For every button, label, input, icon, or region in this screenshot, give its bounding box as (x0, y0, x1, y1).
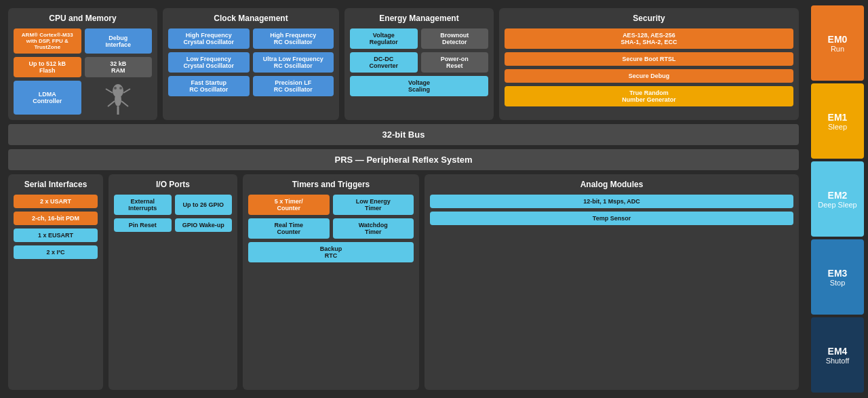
clock-ulfrco: Ultra Low FrequencyRC Oscillator (253, 52, 334, 73)
clock-hfrc: High FrequencyRC Oscillator (253, 28, 334, 49)
timers-backup-rtc: BackupRTC (248, 242, 414, 262)
energy-vscale: VoltageScaling (350, 76, 488, 96)
energy-block: Energy Management VoltageRegulator Brown… (344, 8, 494, 120)
clock-hfxo: High FrequencyCrystal Oscillator (168, 28, 250, 49)
cpu-title: CPU and Memory (14, 14, 152, 23)
em2-title: EM2 (828, 190, 848, 201)
svg-line-4 (123, 89, 130, 93)
svg-line-5 (108, 101, 115, 106)
energy-dcdc: DC-DCConverter (350, 52, 418, 73)
timers-le: Low EnergyTimer (333, 195, 414, 215)
clock-plfrco: Precision LFRC Oscillator (253, 76, 334, 96)
timers-grid: 5 x Timer/Counter Low EnergyTimer Real T… (248, 195, 414, 262)
svg-point-8 (119, 87, 122, 89)
security-sboot: Secure Boot RTSL (505, 52, 793, 66)
analog-grid: 12-bit, 1 Msps, ADC Temp Sensor (430, 195, 793, 225)
analog-block: Analog Modules 12-bit, 1 Msps, ADC Temp … (425, 174, 799, 390)
cpu-chip-ram: 32 kBRAM (85, 57, 153, 77)
em0-sub: Run (831, 45, 844, 53)
clock-title: Clock Management (168, 14, 334, 23)
cpu-chip-debug: DebugInterface (85, 28, 153, 54)
energy-por: Power-onReset (421, 52, 489, 73)
em1-badge: EM1 Sleep (811, 83, 864, 159)
serial-grid: 2 x USART 2-ch, 16-bit PDM 1 x EUSART 2 … (14, 195, 98, 259)
cpu-chip-cortex: ARM® Cortex®-M33with DSP, FPU & TrustZon… (14, 28, 81, 54)
security-block: Security AES-128, AES-256SHA-1, SHA-2, E… (499, 8, 799, 120)
timers-tc: 5 x Timer/Counter (248, 195, 330, 215)
serial-title: Serial Interfaces (14, 180, 98, 189)
energy-grid: VoltageRegulator BrownoutDetector DC-DCC… (350, 28, 488, 96)
em4-badge: EM4 Shutoff (811, 317, 864, 393)
em3-sub: Stop (830, 279, 846, 287)
serial-pdm: 2-ch, 16-bit PDM (14, 212, 98, 225)
serial-block: Serial Interfaces 2 x USART 2-ch, 16-bit… (8, 174, 103, 390)
clock-lfxo: Low FrequencyCrystal Oscillator (168, 52, 250, 73)
timers-rtc: Real TimeCounter (248, 218, 330, 239)
clock-grid: High FrequencyCrystal Oscillator High Fr… (168, 28, 334, 96)
svg-line-3 (106, 89, 113, 93)
io-grid: ExternalInterrupts Up to 26 GPIO Pin Res… (114, 195, 232, 232)
em3-badge: EM3 Stop (811, 239, 864, 315)
gecko-icon (104, 81, 132, 115)
em2-badge: EM2 Deep Sleep (811, 161, 864, 237)
cpu-grid: ARM® Cortex®-M33with DSP, FPU & TrustZon… (14, 28, 152, 115)
security-trng: True RandomNumber Generator (505, 86, 793, 106)
security-grid: AES-128, AES-256SHA-1, SHA-2, ECC Secure… (505, 28, 793, 106)
io-pin-reset: Pin Reset (114, 218, 172, 232)
io-title: I/O Ports (114, 180, 232, 189)
bottom-row: Serial Interfaces 2 x USART 2-ch, 16-bit… (8, 174, 799, 390)
serial-usart: 2 x USART (14, 195, 98, 208)
em1-title: EM1 (828, 112, 848, 123)
io-gpio: Up to 26 GPIO (175, 195, 233, 215)
em4-sub: Shutoff (826, 357, 850, 365)
top-row: CPU and Memory ARM® Cortex®-M33with DSP,… (8, 8, 799, 120)
analog-temp: Temp Sensor (430, 212, 793, 225)
em2-sub: Deep Sleep (818, 201, 857, 209)
security-title: Security (505, 14, 793, 23)
timers-block: Timers and Triggers 5 x Timer/Counter Lo… (243, 174, 419, 390)
timers-wdog: WatchdogTimer (333, 218, 414, 239)
em0-title: EM0 (828, 34, 848, 45)
sidebar: EM0 Run EM1 Sleep EM2 Deep Sleep EM3 Sto… (807, 0, 868, 398)
analog-adc: 12-bit, 1 Msps, ADC (430, 195, 793, 208)
serial-eusart: 1 x EUSART (14, 228, 98, 242)
main-area: CPU and Memory ARM® Cortex®-M33with DSP,… (0, 0, 807, 398)
timers-title: Timers and Triggers (248, 180, 414, 189)
cpu-block: CPU and Memory ARM® Cortex®-M33with DSP,… (8, 8, 157, 120)
bus-32bit: 32-bit Bus (8, 124, 799, 145)
cpu-chip-flash: Up to 512 kBFlash (14, 57, 81, 77)
serial-i2c: 2 x I²C (14, 245, 98, 259)
svg-line-6 (121, 101, 128, 106)
svg-point-1 (115, 93, 121, 106)
energy-bod: BrownoutDetector (421, 28, 489, 49)
em4-title: EM4 (828, 346, 848, 357)
security-aes: AES-128, AES-256SHA-1, SHA-2, ECC (505, 28, 793, 49)
energy-vreg: VoltageRegulator (350, 28, 418, 49)
io-block: I/O Ports ExternalInterrupts Up to 26 GP… (108, 174, 237, 390)
em0-badge: EM0 Run (811, 5, 864, 81)
io-gpio-wake: GPIO Wake-up (175, 218, 233, 232)
cpu-chip-ldma: LDMAController (14, 81, 81, 115)
svg-point-7 (114, 87, 117, 89)
em3-title: EM3 (828, 268, 848, 279)
analog-title: Analog Modules (430, 180, 793, 189)
clock-fsrco: Fast StartupRC Oscillator (168, 76, 250, 96)
energy-title: Energy Management (350, 14, 488, 23)
em1-sub: Sleep (828, 123, 847, 131)
bus-prs: PRS — Peripheral Reflex System (8, 149, 799, 170)
security-sdebug: Secure Debug (505, 69, 793, 83)
clock-block: Clock Management High FrequencyCrystal O… (163, 8, 339, 120)
gecko-container (85, 81, 153, 115)
io-ext-int: ExternalInterrupts (114, 195, 172, 215)
